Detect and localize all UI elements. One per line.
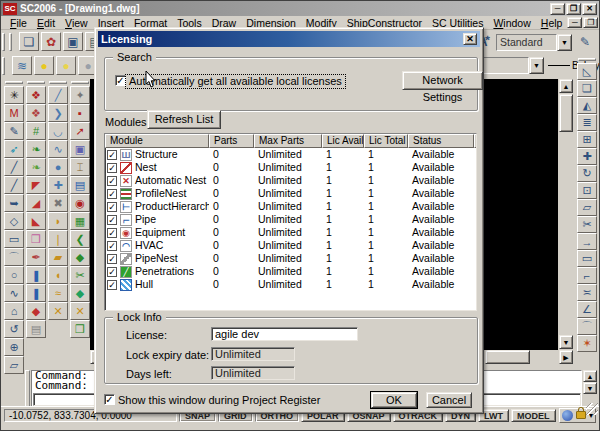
modify-tool-icon[interactable]: ❏ — [577, 80, 597, 97]
toolbar-icon[interactable]: ✖ — [48, 194, 68, 212]
module-checkbox[interactable]: ✓ — [107, 202, 117, 212]
toolbar-icon[interactable]: ▭ — [4, 230, 24, 248]
table-row[interactable]: ✓HVAC0Unlimited11Available — [105, 239, 476, 252]
cancel-button[interactable]: Cancel — [426, 392, 472, 408]
lock-open-icon[interactable] — [576, 411, 586, 419]
ok-button[interactable]: OK — [371, 392, 417, 408]
module-checkbox[interactable]: ✓ — [107, 150, 117, 160]
modify-tool-icon[interactable]: ⌒ — [577, 318, 597, 335]
modify-tool-icon[interactable]: ▱ — [577, 199, 597, 216]
modify-tool-icon[interactable]: ◺ — [577, 63, 597, 80]
toolbar-icon[interactable]: ○ — [4, 266, 24, 284]
module-checkbox[interactable]: ✓ — [107, 189, 117, 199]
toolbar-icon[interactable]: ❧ — [26, 140, 46, 158]
toolbar-icon[interactable]: ▰ — [48, 248, 68, 266]
toolbar-icon[interactable]: ➚ — [70, 122, 90, 140]
table-row[interactable]: ✓Equipment0Unlimited11Available — [105, 226, 476, 239]
toolbar-icon[interactable]: ▣ — [70, 140, 90, 158]
toolbar-grip[interactable] — [9, 33, 12, 51]
modify-tool-icon[interactable]: → — [577, 233, 597, 250]
module-checkbox[interactable]: ✓ — [107, 228, 117, 238]
table-row[interactable]: ✓Penetrations0Unlimited11Available — [105, 265, 476, 278]
new-file-icon[interactable]: ❏ — [19, 32, 39, 51]
scroll-up-icon[interactable]: ▲ — [559, 79, 573, 93]
modify-tool-icon[interactable]: ✂ — [577, 216, 597, 233]
toolbar-icon[interactable]: ❚ — [26, 266, 46, 284]
table-row[interactable]: ✓ProfileNest0Unlimited11Available — [105, 187, 476, 200]
toolbar-icon[interactable]: M — [4, 104, 24, 122]
toolbar-icon[interactable]: ➥ — [4, 194, 24, 212]
menu-item-window[interactable]: Window — [488, 17, 535, 29]
toolbar-icon[interactable]: ◣ — [26, 212, 46, 230]
license-field[interactable]: agile dev — [211, 327, 358, 341]
resize-grip[interactable] — [586, 403, 598, 415]
toolbar-icon[interactable]: ✦ — [70, 86, 90, 104]
column-header-max-parts[interactable]: Max Parts — [254, 134, 322, 148]
scroll-down-icon[interactable]: ▼ — [559, 335, 573, 349]
toolbar-grip[interactable] — [27, 81, 45, 84]
table-row[interactable]: ✓Nest0Unlimited11Available — [105, 161, 476, 174]
mdi-minimize-icon[interactable]: ─ — [567, 17, 582, 28]
toolbar-icon[interactable]: ❖ — [26, 104, 46, 122]
toolbar-icon[interactable]: ▤ — [70, 176, 90, 194]
column-header-lic-total[interactable]: Lic Total — [364, 134, 408, 148]
status-toggle-model[interactable]: MODEL — [511, 409, 556, 422]
toolbar-icon[interactable]: ▦ — [70, 212, 90, 230]
toolbar-icon[interactable]: ❒ — [70, 320, 90, 338]
toolbar-icon[interactable]: ✒ — [26, 248, 46, 266]
toolbar-icon[interactable]: ◉ — [70, 194, 90, 212]
toolbar-icon[interactable]: ◤ — [26, 176, 46, 194]
toolbar-grip[interactable] — [5, 81, 23, 84]
table-row[interactable]: ✓ProductHierarchy0Unlimited11Available — [105, 200, 476, 213]
toolbar-icon[interactable]: ✂ — [70, 266, 90, 284]
menu-item-view[interactable]: View — [60, 17, 93, 29]
table-row[interactable]: ✓Automatic Nest0Unlimited11Available — [105, 174, 476, 187]
toolbar-icon[interactable]: ● — [48, 158, 68, 176]
toolbar-icon[interactable]: ↺ — [4, 320, 24, 338]
toolbar-icon[interactable]: ✚ — [48, 176, 68, 194]
toolbar-icon[interactable]: ▪ — [70, 104, 90, 122]
module-checkbox[interactable]: ✓ — [107, 254, 117, 264]
vscroll-thumb[interactable] — [559, 94, 573, 132]
toolbar-icon[interactable]: ⊕ — [4, 338, 24, 356]
toolbar-grip[interactable] — [49, 81, 67, 84]
scroll-up-icon[interactable]: ▲ — [583, 370, 597, 382]
modify-tool-icon[interactable]: ⌐ — [577, 267, 597, 284]
toolbar-icon[interactable]: ∿ — [48, 140, 68, 158]
toolbar-icon[interactable]: ◗ — [48, 212, 68, 230]
toolbar-icon[interactable]: ❚ — [26, 284, 46, 302]
modify-tool-icon[interactable]: ▭ — [577, 250, 597, 267]
module-checkbox[interactable]: ✓ — [107, 215, 117, 225]
scroll-right-icon[interactable]: ▶ — [559, 350, 573, 364]
close-icon[interactable]: ✕ — [463, 33, 477, 45]
toolbar-icon[interactable]: ⌂ — [4, 302, 24, 320]
show-window-checkbox[interactable]: ✓ — [104, 394, 115, 405]
toolbar-icon[interactable]: ◆ — [26, 302, 46, 320]
toolbar-grip[interactable] — [2, 57, 5, 75]
table-row[interactable]: ✓Hull0Unlimited11Available — [105, 278, 476, 291]
brush-icon[interactable]: ✎ — [575, 33, 595, 52]
modules-table[interactable]: ModulePartsMax PartsLic AvailLic TotalSt… — [104, 133, 477, 311]
toolbar-icon[interactable]: ╱ — [48, 86, 68, 104]
toolbar-icon[interactable]: ➶ — [4, 140, 24, 158]
freeze-icon[interactable]: ● — [56, 56, 76, 75]
toolbar-icon[interactable]: ✳ — [4, 86, 24, 104]
communication-center-icon[interactable] — [562, 410, 573, 421]
module-checkbox[interactable]: ✓ — [107, 267, 117, 277]
table-row[interactable]: ✓PipeNest0Unlimited11Available — [105, 252, 476, 265]
column-header-status[interactable]: Status — [408, 134, 474, 148]
column-header-parts[interactable]: Parts — [209, 134, 254, 148]
toolbar-icon[interactable]: ❯ — [48, 104, 68, 122]
scroll-down-icon[interactable]: ▼ — [583, 382, 597, 394]
modify-tool-icon[interactable]: ∠ — [577, 301, 597, 318]
toolbar-icon[interactable]: ❧ — [26, 158, 46, 176]
bulb-icon[interactable]: ● — [34, 56, 54, 75]
close-icon[interactable]: ✕ — [582, 3, 597, 15]
toolbar-icon[interactable]: ❒ — [26, 230, 46, 248]
module-checkbox[interactable]: ✓ — [107, 176, 117, 186]
column-header-module[interactable]: Module — [105, 134, 209, 148]
command-scrollbar[interactable]: ▲ ▼ — [583, 370, 598, 407]
modify-tool-icon[interactable]: ↻ — [577, 165, 597, 182]
toolbar-icon[interactable]: ╱ — [4, 176, 24, 194]
toolbar-grip[interactable] — [578, 58, 596, 61]
